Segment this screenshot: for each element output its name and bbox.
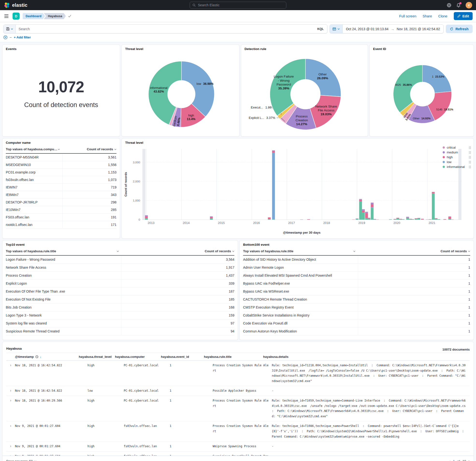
bar-segment-informational[interactable] [415, 219, 417, 220]
bar-segment-high[interactable] [307, 219, 310, 220]
clone-link[interactable]: Clone [438, 14, 448, 18]
column-header[interactable]: hayabusa.threat_level [79, 355, 115, 359]
bar-segment-high[interactable] [359, 200, 362, 202]
detection-rule-donut-chart[interactable]: Other26.09%Network ShareFile Access19.03… [241, 51, 368, 136]
date-to[interactable]: Nov 18, 2021 @ 16:42:54.82 [397, 27, 440, 31]
table-row[interactable]: CMSTP Execution Registry Event1 [243, 303, 470, 311]
calendar-menu[interactable] [330, 25, 343, 33]
bar-segment-informational[interactable] [373, 219, 376, 220]
table-row[interactable]: Execution Of Not Existing File185 [6, 296, 234, 303]
bar-segment-medium[interactable] [210, 216, 213, 217]
bar-segment-high[interactable] [432, 192, 435, 194]
bar-segment-critical[interactable] [272, 150, 275, 151]
sort-chevron-icon[interactable] [468, 251, 470, 252]
bar-segment-high[interactable] [411, 219, 414, 219]
table-row[interactable]: MSEDGEWIN101,556 [6, 161, 117, 169]
breadcrumb-dashboard[interactable]: Dashboard [23, 13, 45, 19]
bar-segment-high[interactable] [210, 217, 213, 218]
table-row[interactable]: Logon Failure - Wrong Password3,564 [6, 256, 234, 264]
bar-segment-high[interactable] [429, 219, 432, 219]
bar-segment-informational[interactable] [451, 220, 454, 220]
bar-segment-informational[interactable] [371, 208, 374, 220]
bar-segment-high[interactable] [443, 219, 446, 220]
bar-segment-high[interactable] [145, 216, 148, 218]
bar-segment-informational[interactable] [362, 213, 365, 220]
bar-segment-medium[interactable] [365, 212, 368, 213]
column-header[interactable]: Top values of hayabusa.rule.title [243, 249, 293, 253]
global-search-input[interactable]: Search Elastic [190, 2, 286, 9]
table-row[interactable]: DESKTOP-M5SN04R3,561 [6, 154, 117, 161]
bar-segment-medium[interactable] [406, 217, 409, 217]
bar-segment-high[interactable] [406, 218, 409, 218]
bar-segment-medium[interactable] [449, 217, 451, 217]
table-row[interactable]: System log file was cleared97 [6, 319, 234, 327]
table-row[interactable]: Logon Type 3 - Network159 [6, 311, 234, 319]
bar-segment-high[interactable] [396, 218, 399, 218]
table-row[interactable]: fs03vuln.offsec.lan1,073 [6, 176, 117, 184]
table-row[interactable]: IEWIN7719 [6, 184, 117, 191]
user-avatar[interactable]: e [466, 2, 472, 9]
bar-segment-critical[interactable] [432, 192, 435, 192]
next-page-button[interactable]: › [468, 459, 470, 461]
event-id-donut-chart[interactable]: 123.53%514519.51%Other14.93%46483.41%462… [370, 51, 474, 136]
bar-segment-informational[interactable] [389, 219, 392, 220]
expand-row-button[interactable]: › [10, 363, 11, 384]
filter-icon[interactable] [3, 35, 8, 39]
legend-actions-icon[interactable] [469, 151, 471, 154]
table-row[interactable]: Code Execution via Pcwutl.dll1 [243, 319, 470, 327]
bar-segment-medium[interactable] [435, 218, 438, 218]
bar-segment-medium[interactable] [362, 209, 365, 211]
table-row[interactable]: IE8Win7343 [6, 191, 117, 199]
sort-chevron-icon[interactable] [117, 251, 119, 252]
legend-actions-icon[interactable] [469, 156, 471, 159]
saved-query-menu[interactable] [4, 25, 16, 33]
date-from[interactable]: Oct 24, 2013 @ 01:16:13.84 [346, 27, 389, 31]
previous-page-button[interactable]: ‹ [450, 459, 451, 461]
bar-segment-informational[interactable] [406, 218, 409, 220]
bar-segment-informational[interactable] [359, 202, 362, 220]
bar-segment-informational[interactable] [268, 219, 271, 220]
legend-actions-icon[interactable] [469, 161, 471, 163]
table-row[interactable]: Bits Job Creation168 [6, 303, 234, 311]
legend-item-informational[interactable]: informational [443, 165, 471, 169]
legend-item-critical[interactable]: critical [443, 146, 471, 149]
bar-segment-critical[interactable] [371, 203, 374, 203]
bar-segment-informational[interactable] [411, 219, 414, 220]
bar-segment-high[interactable] [417, 218, 420, 218]
bar-segment-informational[interactable] [449, 219, 451, 220]
table-row[interactable]: Process Creation1,437 [6, 272, 234, 280]
column-header[interactable]: Top values of hayabusa.computer [6, 147, 58, 151]
bar-segment-critical[interactable] [365, 212, 368, 212]
column-header[interactable]: hayabusa.details [263, 355, 470, 359]
table-row[interactable]: Execution Of Other File Type Than .exe18… [6, 288, 234, 296]
table-row[interactable]: Commun Autorun Keys Modification1 [243, 327, 470, 335]
breadcrumb-hayabusa[interactable]: Hayabusa [44, 13, 66, 19]
notifications-bell[interactable] [456, 3, 461, 8]
page-number[interactable]: 1 [453, 459, 455, 461]
sort-chevron-icon[interactable] [58, 149, 60, 150]
bar-segment-high[interactable] [365, 213, 368, 218]
bar-segment-low[interactable] [371, 207, 374, 208]
bar-segment-informational[interactable] [365, 218, 368, 220]
bar-segment-high[interactable] [402, 219, 405, 219]
table-row[interactable]: FS03.offsec.lan191 [6, 213, 117, 221]
bar-segment-informational[interactable] [432, 194, 435, 220]
bar-segment-high[interactable] [373, 219, 376, 219]
legend-actions-icon[interactable] [469, 165, 471, 168]
bar-segment-critical[interactable] [449, 216, 451, 216]
column-header[interactable]: hayabusa.rule.title [204, 355, 263, 359]
menu-icon[interactable] [3, 14, 9, 19]
bar-segment-low[interactable] [272, 153, 275, 219]
column-header[interactable]: Count of records [441, 249, 467, 253]
bar-segment-critical[interactable] [145, 215, 148, 215]
bar-segment-high[interactable] [371, 204, 374, 207]
legend-item-low[interactable]: low [443, 160, 471, 164]
table-row[interactable]: Bypass UAC via WSReset.exe1 [243, 288, 470, 296]
table-row[interactable]: CACTUSTORCH Remote Thread Creation1 [243, 296, 470, 303]
help-icon[interactable] [447, 3, 451, 8]
expand-row-button[interactable]: › [10, 444, 11, 449]
column-header[interactable]: Top values of hayabusa.rule.title [6, 249, 56, 253]
table-row[interactable]: Suspicious Remote Thread Created94 [6, 327, 234, 335]
bar-segment-medium[interactable] [272, 151, 275, 151]
expand-row-button[interactable]: › [10, 424, 11, 439]
